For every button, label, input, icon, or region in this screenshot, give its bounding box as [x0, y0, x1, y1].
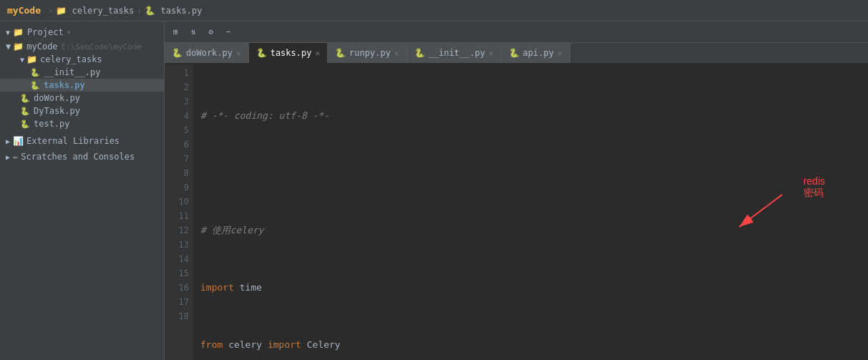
tab-init[interactable]: 🐍 __init__.py ✕ [407, 43, 502, 63]
sidebar-dytask-label: DyTask.py [34, 106, 80, 116]
root-label: myCode [26, 42, 57, 52]
toolbar-gear-icon[interactable]: ⚙ [205, 26, 216, 38]
py-file-test-icon: 🐍 [20, 120, 30, 129]
breadcrumb-file: 🐍 tasks.py [145, 6, 202, 16]
line-num-3: 3 [165, 94, 189, 109]
project-dropdown-icon[interactable]: ▾ [67, 27, 72, 37]
tab-runpy-icon: 🐍 [335, 48, 346, 58]
tab-runpy-label: runpy.py [349, 48, 391, 58]
project-arrow-icon: ▼ [6, 29, 10, 37]
line5-Celery: Celery [307, 338, 341, 352]
tab-api[interactable]: 🐍 api.py ✕ [502, 43, 570, 63]
line-num-17: 17 [165, 295, 189, 309]
code-line-3: # 使用celery [200, 223, 868, 238]
tab-api-label: api.py [523, 48, 554, 58]
tab-tasks-icon: 🐍 [256, 48, 267, 58]
tab-init-label: __init__.py [429, 48, 485, 58]
sidebar-file-tasks[interactable]: 🐍 tasks.py [0, 79, 164, 92]
sidebar-external-label: External Libraries [26, 136, 120, 146]
line1-text: # -*- coding: utf-8 -*- [200, 109, 329, 123]
toolbar-balance-icon[interactable]: ⇅ [188, 26, 199, 38]
root-folder-icon: 📁 [13, 42, 24, 52]
code-line-4: import time [200, 281, 868, 295]
app-logo: myCode [7, 5, 41, 16]
sidebar-dowork-label: doWork.py [34, 93, 80, 103]
folder-arrow-icon: ▼ [20, 56, 24, 64]
breadcrumb-sep-2: › [137, 6, 142, 16]
py-file-dytask-icon: 🐍 [20, 107, 30, 116]
toolbar-left: ⊞ ⇅ ⚙ − [170, 26, 234, 38]
sidebar-file-init[interactable]: 🐍 __init__.py [0, 66, 164, 79]
code-line-5: from celery import Celery [200, 338, 868, 352]
sidebar-file-dytask[interactable]: 🐍 DyTask.py [0, 104, 164, 117]
line-num-4: 4 [165, 109, 189, 123]
sidebar-project-header[interactable]: ▼ 📁 Project ▾ [0, 24, 164, 40]
toolbar-minus-icon[interactable]: − [223, 26, 234, 38]
py-file-icon: 🐍 [30, 68, 40, 77]
sidebar-file-dowork[interactable]: 🐍 doWork.py [0, 92, 164, 104]
sidebar-folder-celery-tasks[interactable]: ▼ 📁 celery_tasks [0, 53, 164, 66]
root-path: E:\SvnCode\myCode [62, 42, 142, 52]
tab-runpy-close[interactable]: ✕ [394, 49, 399, 58]
code-line-1: # -*- coding: utf-8 -*- [200, 109, 868, 123]
line-num-2: 2 [165, 80, 189, 94]
line4-import: import [200, 281, 240, 295]
line-num-18: 18 [165, 309, 189, 323]
tab-runpy[interactable]: 🐍 runpy.py ✕ [328, 43, 406, 63]
toolbar-grid-icon[interactable]: ⊞ [170, 26, 181, 38]
tab-dowork[interactable]: 🐍 doWork.py ✕ [165, 43, 249, 63]
sidebar-file-test[interactable]: 🐍 test.py [0, 117, 164, 130]
sidebar-folder-label: celery_tasks [40, 54, 102, 64]
project-folder-icon: 📁 [13, 27, 24, 37]
tab-init-icon: 🐍 [414, 48, 425, 58]
sidebar-tasks-label: tasks.py [44, 80, 85, 90]
tab-tasks-label: tasks.py [270, 48, 312, 58]
scratches-icon: ✏️ [13, 152, 18, 162]
tab-tasks[interactable]: 🐍 tasks.py ✕ [249, 43, 328, 63]
line-num-11: 11 [165, 209, 189, 223]
sidebar-external-libs[interactable]: ▶ 📊 External Libraries [0, 133, 164, 149]
line5-import: import [268, 338, 307, 352]
line4-time: time [240, 281, 262, 295]
line-num-12: 12 [165, 223, 189, 238]
line-num-9: 9 [165, 180, 189, 195]
line-num-8: 8 [165, 166, 189, 180]
tab-api-icon: 🐍 [509, 48, 520, 58]
scratches-arrow-icon: ▶ [6, 153, 10, 161]
title-bar: myCode › 📁 celery_tasks › 🐍 tasks.py [0, 0, 868, 21]
sidebar-test-label: test.py [34, 119, 70, 129]
line-num-13: 13 [165, 238, 189, 252]
line-num-15: 15 [165, 266, 189, 281]
tab-dowork-icon: 🐍 [172, 48, 182, 58]
line-num-14: 14 [165, 252, 189, 266]
ext-libs-icon: 📊 [13, 136, 24, 146]
tab-dowork-label: doWork.py [186, 48, 233, 58]
main-layout: ▼ 📁 Project ▾ ▼ 📁 myCode E:\SvnCode\myCo… [0, 21, 868, 360]
line-num-6: 6 [165, 137, 189, 152]
sidebar-init-label: __init__.py [44, 67, 100, 77]
ext-libs-arrow-icon: ▶ [6, 137, 10, 145]
breadcrumb-sep-1: › [48, 6, 53, 16]
tabs-bar: 🐍 doWork.py ✕ 🐍 tasks.py ✕ 🐍 runpy.py ✕ … [165, 43, 868, 64]
editor-area[interactable]: 1 2 3 4 5 6 7 8 9 10 11 12 13 14 15 16 1… [165, 64, 868, 360]
code-content[interactable]: # -*- coding: utf-8 -*- # 使用celery impor… [193, 64, 868, 360]
line-num-1: 1 [165, 66, 189, 80]
tab-init-close[interactable]: ✕ [489, 49, 494, 58]
tab-tasks-close[interactable]: ✕ [315, 49, 320, 58]
breadcrumb: › 📁 celery_tasks › 🐍 tasks.py [45, 6, 202, 16]
folder-icon: 📁 [26, 54, 37, 64]
py-file-dowork-icon: 🐍 [20, 94, 30, 103]
tab-api-close[interactable]: ✕ [557, 49, 562, 58]
line5-from: from [200, 338, 228, 352]
sidebar-scratches[interactable]: ▶ ✏️ Scratches and Consoles [0, 149, 164, 165]
line-num-7: 7 [165, 152, 189, 166]
sidebar-root[interactable]: ▼ 📁 myCode E:\SvnCode\myCode [0, 40, 164, 53]
line-numbers: 1 2 3 4 5 6 7 8 9 10 11 12 13 14 15 16 1… [165, 64, 193, 360]
toolbar: ⊞ ⇅ ⚙ − [165, 21, 868, 43]
py-file-active-icon: 🐍 [30, 81, 40, 90]
line-num-16: 16 [165, 281, 189, 295]
breadcrumb-folder: 📁 celery_tasks [56, 6, 134, 16]
tab-dowork-close[interactable]: ✕ [236, 49, 241, 58]
root-arrow-icon: ▼ [6, 42, 11, 52]
line-num-5: 5 [165, 123, 189, 137]
